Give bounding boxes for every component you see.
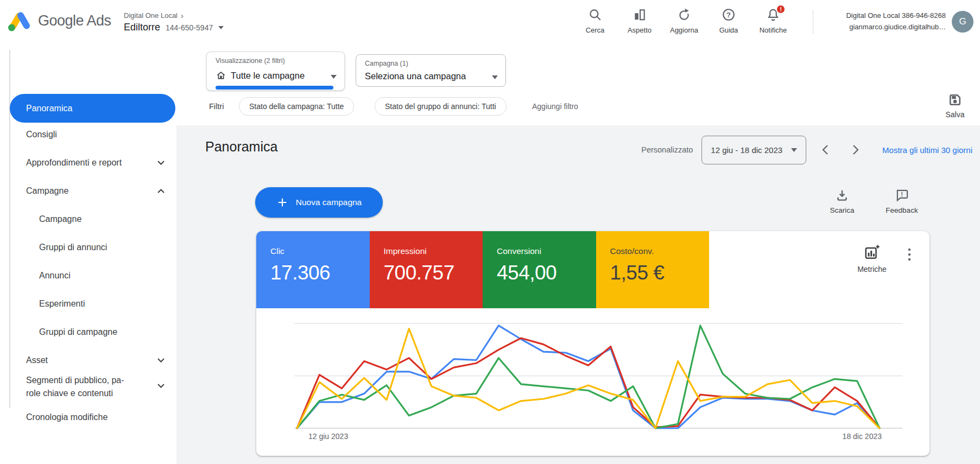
active-view-indicator (216, 86, 333, 90)
date-range-picker[interactable]: 12 giu - 18 dic 2023 (701, 136, 806, 164)
sidebar-item-segmenti-di-pubblico[interactable]: Segmenti di pubblico, pa- role chiave e … (0, 374, 176, 400)
metric-value: 1,55 € (610, 262, 710, 284)
sidebar-item-label: Campagne (26, 186, 68, 196)
sidebar-item-label: Approfondimenti e report (26, 158, 122, 168)
sidebar-item-label: Campagne (39, 214, 81, 224)
svg-text:!: ! (901, 191, 903, 198)
sidebar-item-esperimenti[interactable]: Esperimenti (0, 294, 176, 314)
svg-text:?: ? (726, 11, 731, 19)
google-ads-logo-icon (8, 10, 33, 31)
download-icon (817, 188, 867, 203)
performance-chart (294, 318, 902, 443)
sidebar-item-panoramica[interactable]: Panoramica (10, 94, 175, 123)
header-divider (813, 10, 813, 34)
date-mode-label: Personalizzato (641, 145, 693, 154)
sidebar-item-consigli[interactable]: Consigli (0, 125, 176, 144)
sidebar-item-asset[interactable]: Asset (0, 351, 176, 370)
plus-icon (276, 196, 288, 208)
sidebar-item-annunci[interactable]: Annunci (0, 266, 176, 285)
top-header: Google Ads Digital One Local › Ediltorre… (0, 0, 980, 42)
metric-tile-conversioni[interactable]: Conversioni 454,00 (483, 231, 596, 308)
notifications-button[interactable]: Notifiche ! (751, 7, 795, 34)
chevron-up-icon (157, 189, 165, 193)
view-selector-dropdown[interactable]: Visualizzazione (2 filtri) Tutte le camp… (206, 52, 345, 91)
account-id: 144-650-5947 (166, 23, 213, 32)
campaign-selector-dropdown[interactable]: Campagna (1) Seleziona una campagna (356, 54, 506, 87)
sidebar-item-label: Annunci (39, 271, 71, 281)
search-icon (573, 7, 617, 23)
date-range-value: 12 giu - 18 dic 2023 (711, 145, 782, 155)
campaign-selector-label: Campagna (1) (365, 60, 408, 67)
bell-icon (751, 7, 795, 23)
sidebar-item-approfondimenti-e-report[interactable]: Approfondimenti e report (0, 153, 176, 173)
search-button[interactable]: Cerca (573, 7, 617, 34)
metric-label: Clic (270, 246, 370, 256)
logo-text: Google Ads (38, 12, 111, 29)
account-info-line1: Digital One Local 386-946-8268 (820, 10, 946, 21)
sidebar-item-label-line2: role chiave e contenuti (26, 387, 176, 400)
date-range-cluster: Personalizzato 12 giu - 18 dic 2023 Most… (641, 135, 972, 165)
chevron-down-icon[interactable] (218, 26, 224, 29)
caret-down-icon (331, 75, 337, 79)
account-info[interactable]: Digital One Local 386-946-8268 gianmarco… (820, 10, 946, 33)
sidebar-item-cronologia-modifiche[interactable]: Cronologia modifiche (0, 408, 176, 427)
sidebar-item-gruppi-di-campagne[interactable]: Gruppi di campagne (0, 322, 176, 342)
metric-tile-costo-conv[interactable]: Costo/conv. 1,55 € (596, 231, 710, 308)
chevron-down-icon (157, 384, 165, 388)
caret-down-icon (492, 75, 498, 79)
metric-value: 700.757 (384, 262, 483, 284)
sidebar-item-label: Gruppi di annunci (39, 243, 107, 252)
next-period-button[interactable] (850, 142, 862, 157)
metric-value: 454,00 (497, 262, 596, 284)
metric-value: 17.306 (270, 262, 370, 284)
account-name: Ediltorre (124, 22, 160, 33)
campaign-selector-value: Seleziona una campagna (365, 71, 466, 81)
sidebar-item-label: Consigli (26, 130, 57, 139)
metrics-button[interactable]: Metriche (848, 244, 896, 274)
x-axis-start-label: 12 giu 2023 (308, 432, 348, 441)
header-actions: Cerca Aspetto Aggiorna (573, 7, 795, 34)
sidebar-item-label: Panoramica (26, 104, 72, 113)
metric-label: Conversioni (497, 246, 596, 256)
overview-card: Clic 17.306 Impressioni 700.757 Conversi… (256, 231, 930, 456)
sidebar-item-label-line1: Segmenti di pubblico, pa- (26, 374, 176, 387)
more-options-button[interactable] (903, 245, 915, 264)
show-last-30-days-link[interactable]: Mostra gli ultimi 30 giorni (882, 145, 972, 155)
page-title: Panoramica (205, 139, 277, 155)
metric-tile-clic[interactable]: Clic 17.306 (256, 231, 370, 308)
sidebar-item-campagne-group[interactable]: Campagne (0, 181, 176, 201)
metric-tile-impressioni[interactable]: Impressioni 700.757 (370, 231, 483, 308)
refresh-icon (662, 7, 706, 23)
previous-period-button[interactable] (819, 142, 831, 157)
download-button[interactable]: Scarica (817, 188, 867, 214)
help-button[interactable]: ? Guida (706, 7, 751, 34)
refresh-button[interactable]: Aggiorna (662, 7, 706, 34)
metric-label: Impressioni (384, 246, 483, 256)
metric-label: Costo/conv. (610, 246, 710, 256)
caret-down-icon (791, 148, 797, 152)
filter-chip-adgroup-status[interactable]: Stato del gruppo di annunci: Tutti (375, 97, 507, 116)
chevron-right-icon: › (181, 11, 184, 20)
google-ads-logo[interactable]: Google Ads (8, 10, 111, 31)
filter-chip-campaign-status[interactable]: Stato della campagna: Tutte (239, 97, 354, 116)
chevron-down-icon (157, 161, 165, 165)
home-icon (216, 70, 226, 81)
sidebar-item-label: Gruppi di campagne (39, 327, 117, 337)
x-axis-end-label: 18 dic 2023 (843, 432, 882, 441)
sidebar-item-gruppi-di-annunci[interactable]: Gruppi di annunci (0, 238, 176, 257)
add-filter-button[interactable]: Aggiungi filtro (532, 102, 578, 111)
save-button[interactable]: Salva (934, 92, 976, 119)
save-icon (934, 92, 976, 107)
new-campaign-button[interactable]: Nuova campagna (255, 187, 383, 218)
sidebar-item-label: Cronologia modifiche (26, 412, 108, 422)
account-breadcrumb[interactable]: Digital One Local › Ediltorre 144-650-59… (124, 11, 224, 33)
sidebar-nav: Panoramica Consigli Approfondimenti e re… (0, 42, 176, 464)
breadcrumb-manager-account[interactable]: Digital One Local (124, 11, 178, 20)
avatar[interactable]: G (952, 11, 973, 33)
account-info-line2: gianmarco.giudice.digitalhub… (820, 21, 946, 33)
appearance-button[interactable]: Aspetto (617, 7, 662, 34)
overview-content: Panoramica Personalizzato 12 giu - 18 di… (176, 127, 980, 464)
appearance-icon (617, 7, 662, 23)
feedback-button[interactable]: ! Feedback (877, 188, 927, 214)
sidebar-item-campagne[interactable]: Campagne (0, 209, 176, 229)
